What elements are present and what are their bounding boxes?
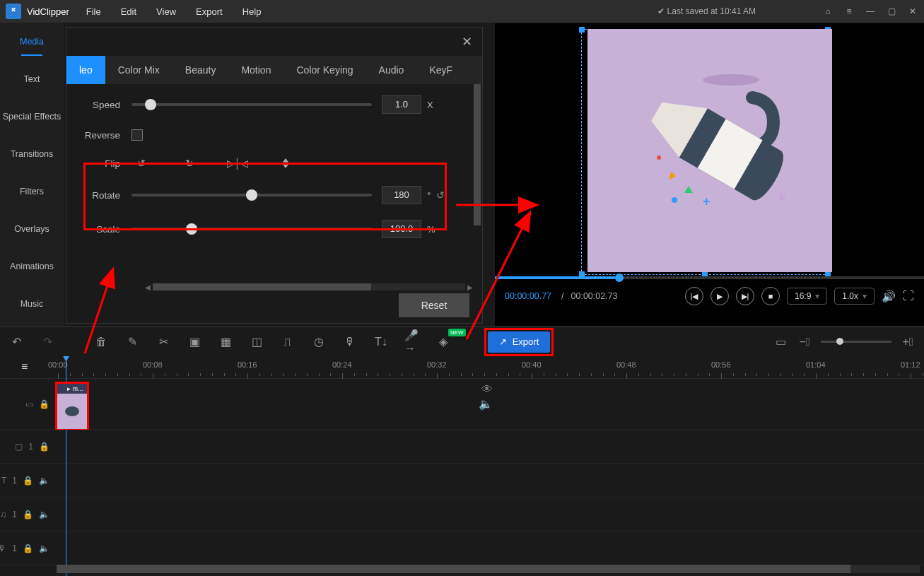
home-icon[interactable]: ⌂ bbox=[822, 6, 834, 17]
split-icon[interactable]: ✂ bbox=[156, 334, 171, 350]
svg-text:+: + bbox=[703, 194, 710, 208]
sidebar-tab-filters[interactable]: Filters bbox=[0, 172, 64, 210]
tab-color-keying[interactable]: Color Keying bbox=[283, 56, 365, 84]
panel-horizontal-scrollbar[interactable]: ◀▶ bbox=[143, 282, 475, 292]
sidebar-tab-music[interactable]: Music bbox=[0, 285, 64, 322]
crop-icon[interactable]: ▣ bbox=[187, 334, 202, 350]
hamburger-icon[interactable]: ≡ bbox=[843, 6, 855, 17]
fit-timeline-icon[interactable]: ▭ bbox=[773, 334, 788, 350]
menu-help[interactable]: Help bbox=[242, 6, 262, 17]
sidebar-tab-media[interactable]: Media bbox=[0, 23, 64, 60]
sidebar-tab-animations[interactable]: Animations bbox=[0, 247, 64, 285]
timeline-ruler[interactable]: ≡ 00:0000:0800:1600:2400:3200:4000:4800:… bbox=[0, 356, 924, 379]
sidebar-tab-overlays[interactable]: Overlays bbox=[0, 210, 64, 247]
panel-vertical-scrollbar[interactable] bbox=[474, 84, 481, 225]
reverse-checkbox[interactable] bbox=[131, 129, 143, 141]
close-button[interactable]: ✕ bbox=[907, 6, 918, 17]
tab-color-mix[interactable]: Color Mix bbox=[105, 56, 172, 84]
audio-track[interactable]: ♫1🔒🔈 bbox=[0, 498, 924, 531]
svg-point-9 bbox=[657, 155, 661, 160]
volume-icon[interactable]: 🔊 bbox=[882, 290, 896, 303]
check-icon: ✔ bbox=[657, 6, 665, 16]
panel-close-icon[interactable]: ✕ bbox=[462, 34, 472, 49]
rotate-value[interactable]: 180 bbox=[382, 186, 421, 204]
menu-view[interactable]: View bbox=[156, 6, 176, 17]
voiceover-track[interactable]: 🎙1🔒🔈 bbox=[0, 531, 924, 565]
mute-icon[interactable]: 🔈 bbox=[39, 543, 49, 553]
preview-scrubber[interactable] bbox=[495, 276, 924, 279]
rotate-reset-icon[interactable]: ↺ bbox=[436, 189, 445, 201]
tab-video[interactable]: leo bbox=[66, 56, 105, 84]
menu-file[interactable]: File bbox=[86, 6, 101, 17]
library-sidebar: Media Text Special Effects Transitions F… bbox=[0, 23, 64, 327]
lock-icon[interactable]: 🔒 bbox=[39, 399, 49, 409]
delete-icon[interactable]: 🗑 bbox=[93, 334, 109, 350]
voiceover-icon[interactable]: 🎙 bbox=[342, 334, 358, 350]
rotate-ccw-icon[interactable]: ↺ bbox=[134, 156, 148, 170]
text-to-speech-icon[interactable]: T↓ bbox=[373, 334, 389, 350]
speed-value[interactable]: 1.0 bbox=[382, 95, 421, 114]
mute-icon[interactable]: 🔈 bbox=[39, 510, 49, 519]
speech-to-text-icon[interactable]: 🎤→ bbox=[404, 334, 420, 350]
visibility-icon[interactable]: 👁 bbox=[481, 383, 493, 396]
svg-marker-8 bbox=[779, 193, 786, 201]
pip-icon[interactable]: ◫ bbox=[249, 334, 264, 350]
next-frame-button[interactable]: ▶| bbox=[736, 287, 754, 305]
play-button[interactable]: ▶ bbox=[710, 287, 729, 305]
timeline-horizontal-scrollbar[interactable] bbox=[57, 565, 920, 573]
maximize-button[interactable]: ▢ bbox=[886, 6, 897, 17]
rotate-cw-icon[interactable]: ↻ bbox=[182, 156, 197, 170]
lock-icon[interactable]: 🔒 bbox=[23, 543, 33, 553]
video-track-icon: ▭ bbox=[25, 399, 33, 409]
clip-edit-panel: ✕ leo Color Mix Beauty Motion Color Keyi… bbox=[66, 27, 483, 324]
annotation-highlight-export: ↗ Export bbox=[484, 328, 554, 356]
zoom-slider[interactable] bbox=[821, 341, 891, 343]
lock-icon[interactable]: 🔒 bbox=[23, 510, 33, 519]
fullscreen-icon[interactable]: ⛶ bbox=[903, 290, 914, 302]
sidebar-tab-special-effects[interactable]: Special Effects bbox=[0, 98, 64, 135]
adjust-icon[interactable]: ⎍ bbox=[280, 334, 296, 350]
zoom-in-icon[interactable]: +⃝ bbox=[900, 334, 916, 350]
sidebar-tab-text[interactable]: Text bbox=[0, 60, 64, 98]
svg-point-13 bbox=[65, 406, 79, 416]
reset-button[interactable]: Reset bbox=[399, 293, 469, 317]
flip-label: Flip bbox=[79, 158, 120, 169]
speed-slider[interactable] bbox=[131, 103, 372, 106]
export-button[interactable]: ↗ Export bbox=[488, 331, 551, 353]
scale-value[interactable]: 100.0 bbox=[382, 220, 421, 238]
duration-icon[interactable]: ◷ bbox=[311, 334, 327, 350]
redo-icon[interactable]: ↷ bbox=[40, 334, 55, 350]
tab-audio[interactable]: Audio bbox=[366, 56, 417, 84]
playback-speed-selector[interactable]: 1.0x▾ bbox=[834, 288, 875, 305]
sidebar-tab-transitions[interactable]: Transitions bbox=[0, 135, 64, 172]
aspect-ratio-selector[interactable]: 16:9▾ bbox=[787, 288, 827, 305]
edit-icon[interactable]: ✎ bbox=[124, 334, 140, 350]
undo-icon[interactable]: ↶ bbox=[8, 334, 24, 350]
stop-button[interactable]: ■ bbox=[761, 287, 780, 305]
mosaic-icon[interactable]: ▦ bbox=[218, 334, 233, 350]
flip-vertical-icon[interactable] bbox=[279, 156, 293, 170]
timeline-menu-icon[interactable]: ≡ bbox=[21, 360, 28, 373]
lock-icon[interactable]: 🔒 bbox=[39, 442, 49, 452]
overlay-track[interactable]: ▢1🔒 bbox=[0, 430, 924, 464]
tab-keyframe[interactable]: KeyF bbox=[416, 56, 465, 84]
flip-horizontal-icon[interactable]: ▷│◁ bbox=[230, 156, 245, 170]
ai-tool-icon[interactable]: ◈ bbox=[435, 334, 451, 350]
rotate-slider[interactable] bbox=[131, 194, 372, 196]
video-track-1[interactable]: ▭🔒 👁 🔈 bbox=[0, 379, 924, 430]
timeline-clip[interactable]: ▸ m... bbox=[55, 382, 89, 430]
preview-frame[interactable]: + bbox=[587, 29, 832, 272]
menu-edit[interactable]: Edit bbox=[121, 6, 136, 17]
scale-slider[interactable] bbox=[131, 228, 372, 230]
text-track[interactable]: T1🔒🔈 bbox=[0, 464, 924, 498]
prev-frame-button[interactable]: |◀ bbox=[685, 287, 703, 305]
mute-icon[interactable]: 🔈 bbox=[39, 476, 49, 486]
tab-motion[interactable]: Motion bbox=[228, 56, 283, 84]
svg-point-4 bbox=[672, 197, 677, 203]
lock-icon[interactable]: 🔒 bbox=[23, 476, 33, 486]
mute-icon[interactable]: 🔈 bbox=[479, 397, 493, 411]
tab-beauty[interactable]: Beauty bbox=[172, 56, 229, 84]
zoom-out-icon[interactable]: −⃝ bbox=[797, 334, 812, 350]
minimize-button[interactable]: — bbox=[865, 6, 876, 17]
menu-export[interactable]: Export bbox=[196, 6, 223, 17]
